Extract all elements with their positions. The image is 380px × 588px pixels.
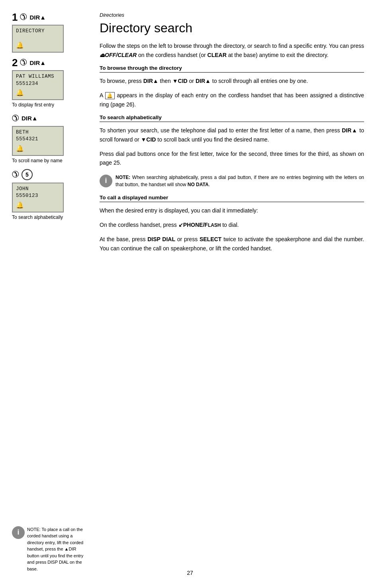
lcd2-line1: PAT WILLIAMS [16, 73, 60, 81]
browse-para2: A 🔔 appears in the display of each entry… [100, 91, 364, 109]
browse-section-heading: To browse through the directory [100, 65, 364, 73]
lcd-screen-4: JOHN 5550123 🔔 [12, 183, 64, 212]
browse-text-mid2: or [189, 78, 194, 84]
lcd1-line1: DIRECTORY [16, 28, 60, 35]
search-section-heading: To search alphabetically [100, 114, 364, 122]
browse-appears-text: appears in the display of each entry on … [100, 92, 364, 107]
bell-icon-2: 🔔 [16, 89, 24, 97]
num5-button: 5 [22, 169, 33, 180]
handset-icon-2: ✆ [20, 57, 27, 68]
call-para1: When the desired entry is displayed, you… [100, 206, 364, 215]
call-para2: On the cordless handset, press ↙PHONE/FL… [100, 220, 364, 229]
page-number: 27 [187, 570, 193, 576]
off-clear-key: ⏏OFF/CLEAR [100, 52, 137, 58]
call-text-at-base: At the base, press [100, 236, 145, 242]
info-icon-right: i [100, 175, 112, 187]
search-vcid-key: ▼CID [141, 136, 156, 143]
call-para3: At the base, press DISP DIAL or press SE… [100, 235, 364, 253]
handset-icon-3: ✆ [12, 113, 19, 124]
caption2: To scroll name by name [12, 157, 63, 164]
lcd4-line2: 5550123 [16, 193, 60, 200]
lcd2-line2: 5551234 [16, 81, 60, 88]
lcd3-line1: BETH [16, 129, 60, 136]
lcd-screen-1: DIRECTORY 🔔 [12, 25, 64, 53]
intro-text-2: on the cordless handset (or [138, 52, 206, 58]
info-icon-left: i [12, 526, 25, 539]
step1-row: 1 ✆ DIR▲ [12, 12, 46, 22]
browse-text-end: to scroll through all entries one by one… [212, 78, 308, 84]
call-text-or: or press [177, 236, 198, 242]
search-para2: Press dial pad buttons once for the firs… [100, 149, 364, 167]
page-title: Directory search [100, 21, 364, 35]
right-column: Directories Directory search Follow the … [92, 12, 380, 572]
browse-text-mid: then [160, 78, 171, 84]
search-dir-key: DIR▲ [342, 127, 357, 134]
browse-dir2-key: DIR▲ [196, 78, 211, 84]
step1-dir-label: DIR▲ [29, 14, 46, 21]
no-data-label: NO DATA [188, 182, 209, 187]
search-para1: To shorten your search, use the telephon… [100, 126, 364, 144]
bottom-note-box: i NOTE: To place a call on the corded ha… [12, 514, 88, 572]
left-column: 1 ✆ DIR▲ DIRECTORY 🔔 2 ✆ DIR▲ PAT WILLIA… [0, 12, 92, 572]
step2-row: 2 ✆ DIR▲ [12, 57, 46, 68]
bottom-note-content: NOTE: To place a call on the corded hand… [27, 527, 83, 571]
browse-para1: To browse, press DIR▲ then ▼CID or DIR▲ … [100, 77, 364, 85]
bell-icon-3: 🔔 [16, 145, 24, 153]
browse-vcid-key: ▼CID [172, 78, 188, 84]
call-section-heading: To call a displayed number [100, 195, 364, 202]
intro-text-3: at the base) anytime to exit the directo… [228, 52, 329, 58]
lcd3-line2: 5554321 [16, 136, 60, 143]
lcd4-line1: JOHN [16, 186, 60, 193]
browse-a-text: A [100, 92, 103, 98]
note-inline-box: i NOTE: When searching alphabetically, p… [100, 174, 364, 188]
bottom-note-text: NOTE: To place a call on the corded hand… [27, 526, 88, 572]
call-text-end: to dial. [222, 222, 239, 228]
intro-text-1: Follow the steps on the left to browse t… [100, 43, 364, 49]
step2-number: 2 [12, 57, 18, 68]
step3-dir-label: DIR▲ [22, 115, 38, 122]
disp-dial-key: DISP DIAL [147, 236, 175, 242]
note-inline-text: NOTE: When searching alphabetically, pre… [116, 174, 364, 188]
note-inline-label: NOTE: [116, 175, 130, 180]
step4-row: ✆ 5 [12, 169, 33, 180]
step1-number: 1 [12, 12, 18, 22]
bell-icon-1: 🔔 [16, 41, 24, 49]
handset-icon-1: ✆ [20, 12, 27, 22]
browse-bell-icon: 🔔 [105, 92, 115, 99]
intro-paragraph: Follow the steps on the left to browse t… [100, 41, 364, 59]
caption1: To display first entry [12, 102, 54, 108]
bell-icon-4: 🔔 [16, 201, 24, 209]
call-text-pre: On the cordless handset, press [100, 222, 177, 228]
note-inline-content: When searching alphabetically, press a d… [116, 175, 364, 187]
step2-dir-label: DIR▲ [29, 59, 46, 66]
num5-label: 5 [25, 171, 29, 178]
caption3: To search alphabetically [12, 214, 63, 221]
lcd-screen-3: BETH 5554321 🔔 [12, 126, 64, 156]
handset-icon-4: ✆ [12, 169, 19, 180]
step3-row: ✆ DIR▲ [12, 113, 38, 124]
lcd-screen-2: PAT WILLIAMS 5551234 🔔 [12, 70, 64, 100]
select-key: SELECT [200, 236, 221, 242]
browse-text-pre: To browse, press [100, 78, 142, 84]
call-phone-key: ↙PHONE/FLASH [178, 222, 221, 228]
note-inline-period: . [209, 182, 210, 187]
section-label: Directories [100, 12, 364, 18]
clear-key: CLEAR [208, 52, 227, 58]
browse-dir-key: DIR▲ [143, 78, 159, 84]
